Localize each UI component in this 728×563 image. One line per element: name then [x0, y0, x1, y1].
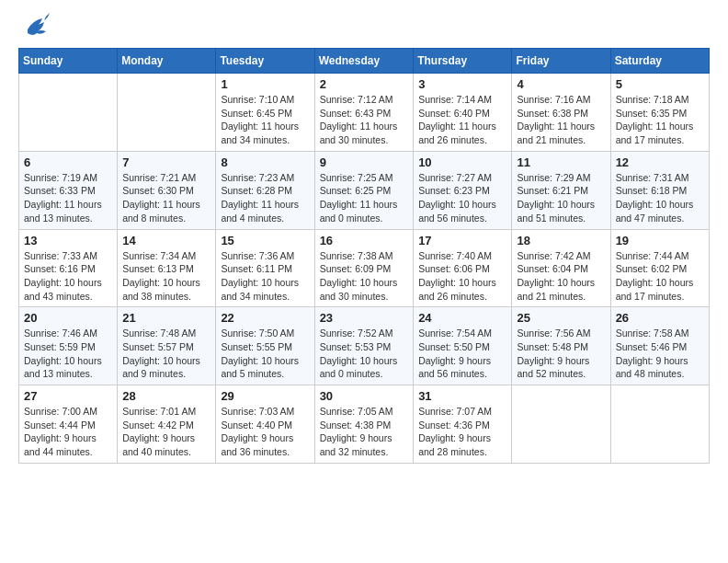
day-number: 10: [418, 155, 506, 169]
calendar-cell: 27Sunrise: 7:00 AMSunset: 4:44 PMDayligh…: [19, 385, 118, 464]
calendar-cell: 9Sunrise: 7:25 AMSunset: 6:25 PMDaylight…: [314, 151, 414, 229]
day-info: Sunrise: 7:54 AMSunset: 5:50 PMDaylight:…: [418, 327, 506, 381]
day-info: Sunrise: 7:14 AMSunset: 6:40 PMDaylight:…: [418, 93, 506, 147]
day-number: 3: [418, 77, 506, 91]
calendar-cell: 6Sunrise: 7:19 AMSunset: 6:33 PMDaylight…: [19, 151, 118, 229]
day-info: Sunrise: 7:18 AMSunset: 6:35 PMDaylight:…: [616, 93, 704, 147]
calendar-cell: 1Sunrise: 7:10 AMSunset: 6:45 PMDaylight…: [216, 74, 314, 152]
day-number: 23: [320, 311, 409, 325]
day-of-week-header: Saturday: [610, 49, 709, 74]
day-of-week-header: Monday: [118, 49, 216, 74]
day-number: 20: [24, 311, 112, 325]
day-info: Sunrise: 7:05 AMSunset: 4:38 PMDaylight:…: [320, 405, 409, 459]
calendar-cell: 5Sunrise: 7:18 AMSunset: 6:35 PMDaylight…: [610, 74, 709, 152]
day-number: 19: [616, 234, 704, 247]
calendar-week-row: 13Sunrise: 7:33 AMSunset: 6:16 PMDayligh…: [19, 229, 710, 307]
calendar-week-row: 20Sunrise: 7:46 AMSunset: 5:59 PMDayligh…: [19, 307, 710, 385]
calendar-cell: 13Sunrise: 7:33 AMSunset: 6:16 PMDayligh…: [19, 229, 118, 307]
calendar-cell: 24Sunrise: 7:54 AMSunset: 5:50 PMDayligh…: [414, 307, 512, 385]
day-info: Sunrise: 7:56 AMSunset: 5:48 PMDaylight:…: [517, 327, 605, 381]
calendar-cell: 3Sunrise: 7:14 AMSunset: 6:40 PMDaylight…: [414, 74, 512, 152]
day-number: 12: [616, 155, 704, 169]
day-number: 2: [320, 77, 409, 91]
day-number: 11: [517, 155, 605, 169]
day-info: Sunrise: 7:33 AMSunset: 6:16 PMDaylight:…: [24, 249, 112, 304]
day-of-week-header: Wednesday: [314, 49, 414, 74]
calendar-cell: 14Sunrise: 7:34 AMSunset: 6:13 PMDayligh…: [118, 229, 216, 307]
day-info: Sunrise: 7:46 AMSunset: 5:59 PMDaylight:…: [24, 327, 112, 381]
day-number: 4: [517, 77, 605, 91]
day-number: 13: [24, 234, 112, 247]
calendar-cell: 4Sunrise: 7:16 AMSunset: 6:38 PMDaylight…: [512, 74, 610, 152]
day-info: Sunrise: 7:10 AMSunset: 6:45 PMDaylight:…: [221, 93, 309, 147]
day-number: 28: [122, 389, 210, 403]
day-info: Sunrise: 7:48 AMSunset: 5:57 PMDaylight:…: [122, 327, 210, 381]
calendar-cell: 21Sunrise: 7:48 AMSunset: 5:57 PMDayligh…: [118, 307, 216, 385]
calendar-cell: [512, 385, 610, 464]
day-number: 24: [418, 311, 506, 325]
calendar-cell: 18Sunrise: 7:42 AMSunset: 6:04 PMDayligh…: [512, 229, 610, 307]
day-info: Sunrise: 7:00 AMSunset: 4:44 PMDaylight:…: [24, 405, 112, 459]
calendar-cell: 10Sunrise: 7:27 AMSunset: 6:23 PMDayligh…: [414, 151, 512, 229]
day-of-week-header: Friday: [512, 49, 610, 74]
day-info: Sunrise: 7:42 AMSunset: 6:04 PMDaylight:…: [517, 249, 605, 304]
day-number: 27: [24, 389, 112, 403]
logo: [18, 18, 50, 39]
calendar-cell: 7Sunrise: 7:21 AMSunset: 6:30 PMDaylight…: [118, 151, 216, 229]
day-info: Sunrise: 7:16 AMSunset: 6:38 PMDaylight:…: [517, 93, 605, 147]
day-info: Sunrise: 7:52 AMSunset: 5:53 PMDaylight:…: [320, 327, 409, 381]
day-info: Sunrise: 7:23 AMSunset: 6:28 PMDaylight:…: [221, 171, 309, 225]
day-number: 6: [24, 155, 112, 169]
day-info: Sunrise: 7:25 AMSunset: 6:25 PMDaylight:…: [320, 171, 409, 225]
day-number: 15: [221, 234, 309, 247]
calendar-cell: 29Sunrise: 7:03 AMSunset: 4:40 PMDayligh…: [216, 385, 314, 464]
calendar-cell: 25Sunrise: 7:56 AMSunset: 5:48 PMDayligh…: [512, 307, 610, 385]
day-info: Sunrise: 7:50 AMSunset: 5:55 PMDaylight:…: [221, 327, 309, 381]
day-number: 18: [517, 234, 605, 247]
day-info: Sunrise: 7:58 AMSunset: 5:46 PMDaylight:…: [616, 327, 704, 381]
calendar-cell: 15Sunrise: 7:36 AMSunset: 6:11 PMDayligh…: [216, 229, 314, 307]
day-number: 29: [221, 389, 309, 403]
calendar-cell: 20Sunrise: 7:46 AMSunset: 5:59 PMDayligh…: [19, 307, 118, 385]
day-number: 5: [616, 77, 704, 91]
calendar-week-row: 1Sunrise: 7:10 AMSunset: 6:45 PMDaylight…: [19, 74, 710, 152]
calendar-cell: 30Sunrise: 7:05 AMSunset: 4:38 PMDayligh…: [314, 385, 414, 464]
calendar-cell: 28Sunrise: 7:01 AMSunset: 4:42 PMDayligh…: [118, 385, 216, 464]
day-info: Sunrise: 7:03 AMSunset: 4:40 PMDaylight:…: [221, 405, 309, 459]
day-info: Sunrise: 7:19 AMSunset: 6:33 PMDaylight:…: [24, 171, 112, 225]
day-number: 31: [418, 389, 506, 403]
calendar-cell: 31Sunrise: 7:07 AMSunset: 4:36 PMDayligh…: [414, 385, 512, 464]
day-number: 25: [517, 311, 605, 325]
calendar-cell: 11Sunrise: 7:29 AMSunset: 6:21 PMDayligh…: [512, 151, 610, 229]
day-info: Sunrise: 7:38 AMSunset: 6:09 PMDaylight:…: [320, 249, 409, 304]
day-number: 21: [122, 311, 210, 325]
logo-bird-icon: [20, 11, 50, 37]
day-number: 30: [320, 389, 409, 403]
calendar-cell: 19Sunrise: 7:44 AMSunset: 6:02 PMDayligh…: [610, 229, 709, 307]
day-info: Sunrise: 7:01 AMSunset: 4:42 PMDaylight:…: [122, 405, 210, 459]
calendar-header-row: SundayMondayTuesdayWednesdayThursdayFrid…: [19, 49, 710, 74]
calendar-cell: [610, 385, 709, 464]
day-number: 26: [616, 311, 704, 325]
day-info: Sunrise: 7:29 AMSunset: 6:21 PMDaylight:…: [517, 171, 605, 225]
day-info: Sunrise: 7:31 AMSunset: 6:18 PMDaylight:…: [616, 171, 704, 225]
calendar-cell: 22Sunrise: 7:50 AMSunset: 5:55 PMDayligh…: [216, 307, 314, 385]
day-info: Sunrise: 7:34 AMSunset: 6:13 PMDaylight:…: [122, 249, 210, 304]
day-number: 14: [122, 234, 210, 247]
calendar-cell: 23Sunrise: 7:52 AMSunset: 5:53 PMDayligh…: [314, 307, 414, 385]
calendar-cell: [19, 74, 118, 152]
day-of-week-header: Tuesday: [216, 49, 314, 74]
day-info: Sunrise: 7:12 AMSunset: 6:43 PMDaylight:…: [320, 93, 409, 147]
day-number: 22: [221, 311, 309, 325]
calendar-cell: 2Sunrise: 7:12 AMSunset: 6:43 PMDaylight…: [314, 74, 414, 152]
day-info: Sunrise: 7:36 AMSunset: 6:11 PMDaylight:…: [221, 249, 309, 304]
calendar-week-row: 6Sunrise: 7:19 AMSunset: 6:33 PMDaylight…: [19, 151, 710, 229]
day-info: Sunrise: 7:21 AMSunset: 6:30 PMDaylight:…: [122, 171, 210, 225]
calendar-cell: 12Sunrise: 7:31 AMSunset: 6:18 PMDayligh…: [610, 151, 709, 229]
day-info: Sunrise: 7:44 AMSunset: 6:02 PMDaylight:…: [616, 249, 704, 304]
calendar-cell: 8Sunrise: 7:23 AMSunset: 6:28 PMDaylight…: [216, 151, 314, 229]
calendar-table: SundayMondayTuesdayWednesdayThursdayFrid…: [18, 48, 710, 464]
calendar-cell: 26Sunrise: 7:58 AMSunset: 5:46 PMDayligh…: [610, 307, 709, 385]
day-number: 16: [320, 234, 409, 247]
day-number: 17: [418, 234, 506, 247]
